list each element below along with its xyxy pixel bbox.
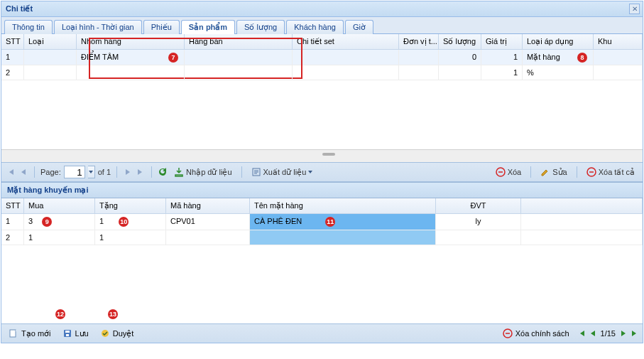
approve-button[interactable]: Duyệt xyxy=(97,327,137,340)
tab-khach-hang[interactable]: Khách hàng xyxy=(286,20,344,34)
prev-page-icon[interactable] xyxy=(18,167,28,177)
col-loai-ap-dung[interactable]: Loại áp dụng xyxy=(523,34,594,49)
refresh-icon[interactable] xyxy=(158,167,168,177)
col2-stt[interactable]: STT xyxy=(1,198,24,213)
import-button[interactable]: Nhập dữ liệu xyxy=(170,165,235,179)
col2-mua[interactable]: Mua xyxy=(24,198,95,213)
grid1-header: STT Loại Nhóm hàng Hàng bán Chi tiết set… xyxy=(1,34,643,50)
col2-tang[interactable]: Tặng xyxy=(95,198,166,213)
table-row[interactable]: 1 3 9 1 10 CPV01 CÀ PHÊ ĐEN 11 ly xyxy=(1,214,643,230)
first-page-icon[interactable] xyxy=(6,167,16,177)
tab-thong-tin[interactable]: Thông tin xyxy=(4,20,53,34)
tab-loai-hinh[interactable]: Loại hình - Thời gian xyxy=(54,20,142,34)
last-page-icon[interactable] xyxy=(136,167,146,177)
record-nav: 1/15 xyxy=(578,329,638,338)
col-loai[interactable]: Loại xyxy=(24,34,77,49)
table-row[interactable]: 2 1 1 xyxy=(1,230,643,245)
grid2-body: 1 3 9 1 10 CPV01 CÀ PHÊ ĐEN 11 ly 2 1 1 … xyxy=(1,214,643,323)
delete-all-icon xyxy=(586,167,596,177)
import-icon xyxy=(174,167,184,177)
delete-icon xyxy=(496,167,506,177)
export-button[interactable]: Xuất dữ liệu xyxy=(248,165,317,179)
tab-gio[interactable]: Giờ xyxy=(345,20,373,34)
delete-policy-button[interactable]: Xóa chính sách xyxy=(500,327,572,340)
delete-all-button[interactable]: Xóa tất cả xyxy=(583,165,638,179)
col-nhom-hang[interactable]: Nhóm hàng xyxy=(77,34,185,49)
edit-button[interactable]: Sửa xyxy=(537,165,570,179)
export-icon xyxy=(251,167,261,177)
grid1-body: 1 ĐIỂM TÂM 7 0 1 Mặt hàng 8 2 1 % xyxy=(1,50,643,149)
nav-next-icon[interactable] xyxy=(620,330,627,337)
pencil-icon xyxy=(540,167,550,177)
delete-button[interactable]: Xóa xyxy=(492,165,525,179)
col2-ma-hang[interactable]: Mã hàng xyxy=(166,198,250,213)
detail-window: Chi tiết ✕ Thông tin Loại hình - Thời gi… xyxy=(1,1,643,343)
svg-rect-6 xyxy=(66,334,69,336)
col-chi-tiet-set[interactable]: Chi tiết set xyxy=(293,34,399,49)
svg-rect-5 xyxy=(65,331,70,333)
next-page-icon[interactable] xyxy=(123,167,133,177)
save-icon xyxy=(62,328,72,338)
col-so-luong[interactable]: Số lượng xyxy=(439,34,481,49)
nav-last-icon[interactable] xyxy=(631,330,638,337)
window-title: Chi tiết xyxy=(6,4,33,13)
page-input[interactable] xyxy=(64,166,85,178)
close-icon[interactable]: ✕ xyxy=(629,4,640,14)
save-button[interactable]: Lưu xyxy=(60,327,92,340)
col-stt[interactable]: STT xyxy=(1,34,24,49)
col2-blank[interactable] xyxy=(521,198,643,213)
grid2-header: STT Mua Tặng Mã hàng Tên mặt hàng ĐVT xyxy=(1,198,643,214)
record-counter: 1/15 xyxy=(601,329,616,338)
table-row[interactable]: 2 1 % xyxy=(1,65,643,80)
approve-icon xyxy=(100,328,110,338)
tab-phieu[interactable]: Phiếu xyxy=(143,20,180,34)
table-row[interactable]: 1 ĐIỂM TÂM 7 0 1 Mặt hàng 8 xyxy=(1,50,643,65)
footer: Tạo mới Lưu Duyệt Xóa chính sách 1/15 xyxy=(1,323,643,343)
col-hang-ban[interactable]: Hàng bán xyxy=(185,34,293,49)
annotation-badge-12: 12 xyxy=(55,309,65,319)
col2-ten-mat-hang[interactable]: Tên mặt hàng xyxy=(250,198,436,213)
tab-san-pham[interactable]: Sản phẩm xyxy=(181,20,235,34)
page-label: Page: xyxy=(40,168,61,176)
of-label: of 1 xyxy=(98,168,111,176)
col-gia-tri[interactable]: Giá trị xyxy=(481,34,523,49)
col-khu[interactable]: Khu xyxy=(594,34,643,49)
col-don-vi[interactable]: Đơn vị t... xyxy=(399,34,439,49)
annotation-badge-8: 8 xyxy=(577,53,587,63)
annotation-badge-11: 11 xyxy=(325,217,335,227)
titlebar: Chi tiết ✕ xyxy=(1,1,643,17)
new-button[interactable]: Tạo mới xyxy=(6,327,54,340)
section-title: Mặt hàng khuyến mại xyxy=(1,182,643,198)
tabstrip: Thông tin Loại hình - Thời gian Phiếu Sả… xyxy=(1,17,643,34)
delete-policy-icon xyxy=(503,328,513,338)
nav-first-icon[interactable] xyxy=(578,330,585,337)
tab-so-luong[interactable]: Số lượng xyxy=(236,20,285,34)
horizontal-scrollbar[interactable] xyxy=(1,149,643,162)
toolbar: Page: of 1 Nhập dữ liệu Xuất dữ liệu Xóa… xyxy=(1,162,643,182)
annotation-badge-10: 10 xyxy=(119,217,129,227)
annotation-badge-13: 13 xyxy=(108,309,118,319)
col2-dvt[interactable]: ĐVT xyxy=(436,198,521,213)
chevron-down-icon xyxy=(308,171,312,173)
nav-prev-icon[interactable] xyxy=(589,330,596,337)
annotation-badge-7: 7 xyxy=(168,53,178,63)
svg-rect-3 xyxy=(10,330,16,337)
new-icon xyxy=(9,328,18,338)
annotation-badge-9: 9 xyxy=(42,217,52,227)
page-dropdown-icon[interactable] xyxy=(88,166,95,178)
